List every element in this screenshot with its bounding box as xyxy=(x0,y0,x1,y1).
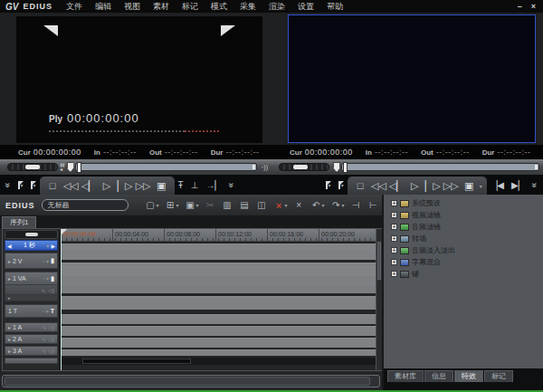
fast-forward-button[interactable]: ▷▷ xyxy=(135,180,152,192)
play-around-button[interactable]: ▣ xyxy=(461,180,478,192)
bin-icon[interactable]: ◫ xyxy=(255,200,270,210)
recorder-shuttle-slider[interactable] xyxy=(279,163,329,171)
position-handle[interactable] xyxy=(77,162,81,173)
timecode-entry-icon[interactable]: ▤◂ xyxy=(60,163,65,172)
next-frame-button[interactable]: ▏▷ xyxy=(424,180,442,192)
lane-va[interactable] xyxy=(61,263,376,293)
lane-scroll-thumb[interactable] xyxy=(82,359,191,364)
speaker-icon[interactable]: ◁) xyxy=(48,324,54,330)
rewind-button[interactable]: ◁◁ xyxy=(62,180,80,192)
tab-bin[interactable]: 素材库 xyxy=(387,370,424,382)
timeline-horizontal-scrollbar[interactable] xyxy=(2,375,380,387)
expand-plus-icon[interactable]: + xyxy=(391,271,397,277)
player-more-button[interactable]: » xyxy=(2,175,14,195)
expand-icon[interactable]: ▸ xyxy=(8,258,11,264)
waveform-icon[interactable]: ∿ xyxy=(42,324,46,330)
player-position-slider[interactable] xyxy=(75,163,257,171)
track-va-audio-subrow[interactable]: ∿ ◁) xyxy=(5,285,58,295)
tab-marker[interactable]: 标记 xyxy=(484,370,513,382)
menu-render[interactable]: 渲染 xyxy=(262,0,291,13)
expand-icon[interactable]: ▸ xyxy=(8,324,11,330)
save-project-icon[interactable]: ▣▾ xyxy=(184,200,201,210)
tree-item-transitions[interactable]: + 转场 xyxy=(391,233,543,244)
menu-settings[interactable]: 设置 xyxy=(291,0,320,13)
previous-frame-button[interactable]: ◁▏ xyxy=(81,180,98,192)
horizontal-scroll-thumb[interactable] xyxy=(5,377,370,386)
track-header-t[interactable]: 1 T ▫ ▾ T xyxy=(5,304,58,318)
export-button[interactable]: →▏ xyxy=(202,175,225,195)
zoom-handle[interactable] xyxy=(25,233,38,236)
sequence-tab[interactable]: 序列1 xyxy=(2,216,36,228)
playhead-line[interactable] xyxy=(61,229,62,370)
expand-plus-icon[interactable]: + xyxy=(391,212,397,218)
waveform-icon[interactable]: ∿ xyxy=(41,287,45,293)
shuttle-handle[interactable] xyxy=(25,165,40,169)
menu-edit[interactable]: 编辑 xyxy=(89,0,118,13)
title-track-icon[interactable]: T xyxy=(51,308,54,314)
tree-item-video-filters[interactable]: + 视频滤镜 xyxy=(391,209,543,221)
player-set-out-marker-button[interactable]: ▾ xyxy=(27,175,40,195)
next-frame-button[interactable]: ▏▷ xyxy=(117,180,134,192)
speaker-icon[interactable]: ◁) xyxy=(48,287,54,293)
new-sequence-icon[interactable]: ▢▾ xyxy=(144,200,161,210)
lane-partial[interactable] xyxy=(61,349,376,356)
timeline-zoom-slider[interactable] xyxy=(5,230,58,239)
tree-item-audio-filters[interactable]: + 音频滤镜 xyxy=(391,221,543,233)
sequence-title-field[interactable] xyxy=(42,199,129,211)
lane-a2[interactable] xyxy=(61,326,376,336)
open-project-icon[interactable]: ⊞▾ xyxy=(164,200,181,210)
tree-item-audio-crossfade[interactable]: + 音频淡入淡出 xyxy=(391,244,543,256)
lane-v[interactable] xyxy=(61,244,376,260)
lane-a3[interactable] xyxy=(61,338,376,348)
lane-scroll-strip[interactable] xyxy=(61,358,376,365)
tree-item-title-mixer[interactable]: + 字幕混合 xyxy=(391,256,543,268)
track-header-partial[interactable] xyxy=(5,358,58,364)
expand-plus-icon[interactable]: + xyxy=(391,235,397,242)
timeline-scale-selector[interactable]: ◀ 1 秒 ▾ ▶ xyxy=(5,240,58,251)
paste-icon[interactable]: ▤ xyxy=(238,200,252,210)
redo-icon[interactable]: ↷▾ xyxy=(329,200,347,210)
close-button[interactable]: × xyxy=(531,2,536,11)
ripple-delete-icon[interactable]: × xyxy=(292,200,307,210)
play-button[interactable]: ▷ xyxy=(406,180,424,192)
delete-icon[interactable]: ×▾ xyxy=(272,200,290,211)
set-out-button[interactable]: ⊥ xyxy=(187,175,203,195)
insert-mode-icon[interactable]: ⊣ xyxy=(349,200,364,210)
player-set-in-marker-button[interactable]: ▾ xyxy=(14,175,27,195)
player-shuttle-slider[interactable] xyxy=(7,163,58,171)
tree-item-key[interactable]: + 键 xyxy=(391,268,543,280)
expand-icon[interactable]: ▸ xyxy=(8,348,11,354)
play-button[interactable]: ▷ xyxy=(99,180,116,192)
cut-icon[interactable]: ✂ xyxy=(204,200,218,210)
recorder-position-slider[interactable] xyxy=(341,163,539,171)
undo-icon[interactable]: ↶▾ xyxy=(310,200,327,210)
menu-marker[interactable]: 标记 xyxy=(176,0,205,13)
expand-plus-icon[interactable]: + xyxy=(391,247,397,253)
expand-icon[interactable]: ▸ xyxy=(8,275,11,282)
tree-item-system-presets[interactable]: + 系统预设 xyxy=(391,197,543,209)
lane-a1[interactable] xyxy=(61,314,376,324)
fast-forward-button[interactable]: ▷▷ xyxy=(443,180,460,192)
expand-icon[interactable]: ▸ xyxy=(8,295,11,301)
waveform-icon[interactable]: ∿ xyxy=(42,336,46,342)
menu-help[interactable]: 帮助 xyxy=(320,0,349,13)
position-handle[interactable] xyxy=(343,162,348,173)
expand-plus-icon[interactable]: + xyxy=(391,259,397,265)
timeline-vertical-scrollbar[interactable] xyxy=(376,229,382,370)
menu-capture[interactable]: 采集 xyxy=(233,0,262,13)
track-va-expander[interactable]: ▸ xyxy=(5,295,58,301)
speaker-icon[interactable]: ◁) xyxy=(48,348,54,354)
rewind-button[interactable]: ◁◁ xyxy=(370,180,387,192)
stop-button[interactable]: □ xyxy=(352,180,369,191)
playhead-marker-icon[interactable] xyxy=(61,229,67,235)
trim-out-button[interactable]: ▶▏ xyxy=(508,175,529,195)
vertical-scroll-thumb[interactable] xyxy=(377,242,381,280)
recorder-position-marker[interactable] xyxy=(333,162,340,172)
monitor-speaker-icon[interactable]: ◦)) xyxy=(262,164,268,170)
speaker-icon[interactable]: ◁) xyxy=(48,336,54,342)
set-in-button[interactable]: Ŧ xyxy=(175,175,187,195)
track-height-icon[interactable]: ▮ xyxy=(51,257,54,264)
play-around-button[interactable]: ▣ xyxy=(153,180,170,192)
menu-mode[interactable]: 模式 xyxy=(205,0,233,13)
recorder-set-out-marker-button[interactable]: ▾ xyxy=(335,175,348,195)
